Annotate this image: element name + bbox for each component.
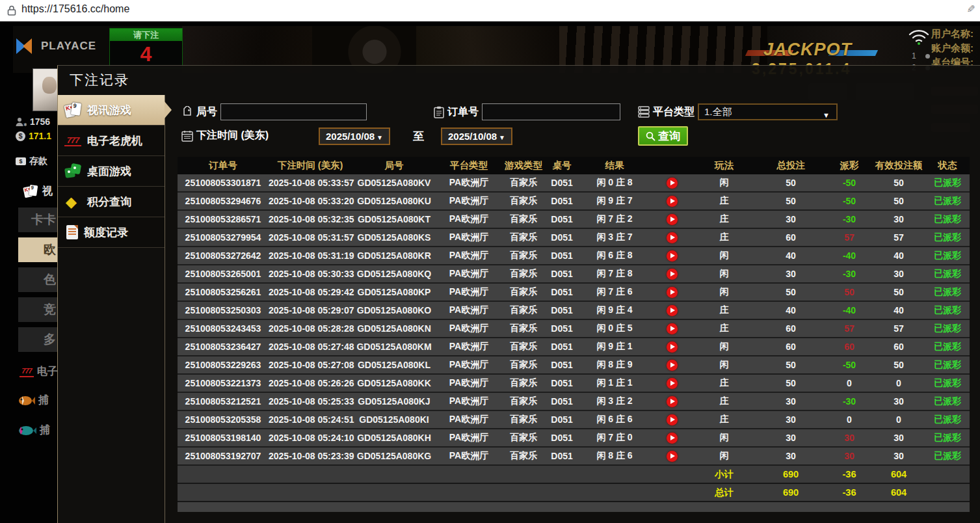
date-from-button[interactable]: 2025/10/08▼: [319, 127, 390, 145]
play-replay-icon[interactable]: [667, 269, 678, 280]
game-background: PLAYACE 请下注 4 JACKPOT 3,275,011.4 1 2 用户: [0, 21, 980, 523]
cell-game-type: 百家乐: [501, 195, 546, 207]
tab-slots[interactable]: 777 电子老虎机: [58, 126, 165, 156]
cell-table-number: D051: [546, 287, 578, 297]
connection-row-1[interactable]: 1: [912, 51, 930, 60]
play-replay-icon[interactable]: [667, 414, 678, 425]
play-triangle: [670, 399, 675, 404]
tab-video-games[interactable]: K♥9 视讯游戏: [58, 95, 165, 126]
play-replay-icon[interactable]: [667, 305, 678, 316]
fishing-frag: 捕: [38, 394, 49, 407]
play-replay-icon[interactable]: [667, 232, 678, 243]
cell-table-number: D051: [546, 396, 578, 407]
play-replay-icon[interactable]: [667, 250, 678, 262]
cell-result: 闲 1 庄 1: [578, 377, 651, 389]
avatar[interactable]: [33, 68, 57, 111]
fishing-row-2[interactable]: 捕: [18, 423, 50, 437]
order-filter: 订单号: [434, 103, 620, 120]
browser-address-bar[interactable]: https://175616.cc/home ✎: [0, 0, 980, 21]
svg-text:✱: ✱: [23, 122, 27, 127]
chevron-down-icon: ▼: [499, 134, 505, 141]
order-input[interactable]: [482, 103, 620, 120]
cell-round-number: GD05125A080KU: [352, 196, 436, 206]
cell-valid-bet: 30: [872, 433, 925, 443]
table-row: 2510080531927072025-10-08 05:23:39GD0512…: [178, 448, 970, 466]
menu-item-frag-selected[interactable]: 欧: [18, 237, 57, 262]
play-replay-icon[interactable]: [667, 451, 678, 462]
menu-item-frag[interactable]: 色: [18, 267, 57, 292]
cell-platform-type: PA欧洲厅: [436, 450, 501, 462]
tab-quota-records[interactable]: 额度记录: [58, 217, 165, 248]
cell-valid-bet: 0: [872, 414, 925, 425]
url-text[interactable]: https://175616.cc/home: [21, 3, 129, 15]
search-button[interactable]: 查询: [638, 126, 688, 146]
play-replay-icon[interactable]: [667, 196, 678, 207]
cell-payout: -50: [827, 196, 872, 206]
bet-time-label: 下注时间 (美东): [196, 129, 269, 142]
column-header: 总投注: [755, 159, 827, 172]
cell-round-number: GD05125A080KV: [352, 178, 436, 188]
video-games-row[interactable]: K♥9 视: [22, 183, 53, 200]
cell-table-number: D051: [546, 250, 578, 261]
cell-payout: -50: [827, 360, 872, 370]
column-header: 游戏类型: [501, 159, 546, 172]
cell-platform-type: PA欧洲厅: [436, 232, 501, 243]
column-header: 状态: [925, 159, 970, 172]
play-replay-icon[interactable]: [667, 323, 678, 334]
play-replay-icon[interactable]: [667, 287, 678, 298]
cell-bet-time: 2025-10-08 05:23:39: [269, 451, 352, 461]
cell-round-number: GD05125A080KR: [352, 250, 436, 261]
cell-bet-time: 2025-10-08 05:24:10: [269, 433, 352, 443]
table-row: 2510080532503032025-10-08 05:29:07GD0512…: [178, 302, 970, 320]
cell-platform-type: PA欧洲厅: [436, 432, 501, 444]
fishing-row-1[interactable]: 捕: [18, 394, 49, 407]
menu-item-frag[interactable]: 竞: [18, 297, 57, 322]
cell-round-number: GD05125A080KO: [352, 305, 436, 315]
platform-label: 平台类型: [653, 105, 695, 119]
search-icon: [646, 131, 656, 141]
cell-bet-time: 2025-10-08 05:26:26: [269, 378, 352, 388]
cell-total-bet: 30: [755, 433, 827, 443]
menu-item-frag[interactable]: 多: [18, 327, 57, 352]
cell-play-method: 闲: [693, 359, 755, 371]
cell-round-number: GD05125A080KK: [352, 378, 436, 388]
date-to-button[interactable]: 2025/10/08▼: [441, 127, 512, 145]
cell-play-method: 闲: [693, 450, 755, 462]
round-input[interactable]: [220, 103, 367, 120]
cell-status: 已派彩: [925, 304, 970, 316]
play-triangle: [670, 417, 675, 422]
cell-result: 闲 7 庄 0: [578, 432, 651, 444]
cell-payout: 30: [827, 433, 872, 443]
slots-row[interactable]: 777 电子: [20, 365, 57, 379]
clownfish-icon: [18, 394, 35, 407]
cell-result: 闲 8 庄 6: [578, 450, 651, 462]
tab-points-query[interactable]: 积分查询: [58, 187, 165, 217]
play-replay-icon[interactable]: [667, 378, 678, 389]
deposit-row[interactable]: $ 存款: [16, 155, 47, 167]
cell-total-bet: 50: [755, 287, 827, 297]
cell-replay: [651, 342, 693, 353]
cell-payout: -40: [827, 250, 872, 261]
platform-select[interactable]: 1.全部 ▼: [698, 103, 838, 120]
play-replay-icon[interactable]: [667, 178, 678, 189]
cell-game-type: 百家乐: [501, 323, 546, 334]
column-header: 局号: [352, 159, 436, 172]
playace-logo-icon: [16, 37, 36, 55]
cell-table-number: D051: [546, 378, 578, 388]
edit-icon[interactable]: ✎: [964, 5, 977, 13]
menu-item-frag[interactable]: 卡卡: [18, 208, 57, 232]
tab-table-games[interactable]: 桌面游戏: [58, 156, 165, 187]
play-triangle: [670, 362, 675, 368]
cell-valid-bet: 40: [872, 305, 925, 315]
play-replay-icon[interactable]: [667, 342, 678, 353]
play-replay-icon[interactable]: [667, 360, 678, 371]
play-replay-icon[interactable]: [667, 433, 678, 444]
cell-result: 闲 7 庄 6: [578, 286, 651, 298]
table-games-icon: [64, 163, 81, 180]
play-replay-icon[interactable]: [667, 396, 678, 407]
bet-prompt-label: 请下注: [110, 29, 182, 41]
cell-play-method: 闲: [693, 250, 755, 262]
cell-play-method: 闲: [693, 286, 755, 298]
play-replay-icon[interactable]: [667, 214, 678, 225]
cell-game-type: 百家乐: [501, 396, 546, 407]
